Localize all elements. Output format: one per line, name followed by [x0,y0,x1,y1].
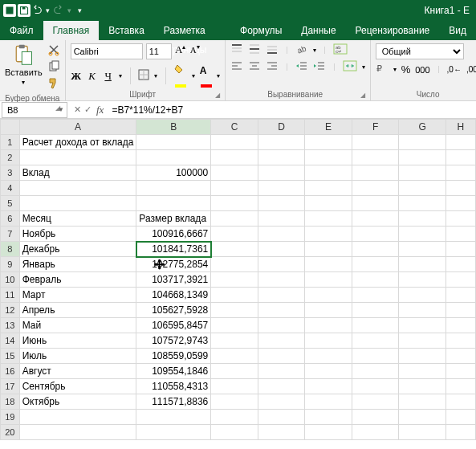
cell-G16[interactable] [399,364,446,379]
cell-G5[interactable] [399,196,446,211]
qat-customize-icon[interactable]: ▾ [75,6,84,14]
undo-dropdown-icon[interactable]: ▾ [43,6,52,14]
cell-E15[interactable] [305,349,352,364]
name-box[interactable]: B8 ▼ [2,102,67,118]
row-header-17[interactable]: 17 [1,379,20,394]
cell-C2[interactable] [211,150,258,165]
cell-B17[interactable]: 110558,4313 [136,379,211,394]
cell-C14[interactable] [211,333,258,349]
cell-F6[interactable] [352,211,398,227]
orientation-dropdown-icon[interactable]: ▾ [313,47,316,54]
paste-dropdown-icon[interactable]: ▾ [22,79,25,86]
cell-H16[interactable] [445,364,475,379]
increase-decimal-icon[interactable]: ,0← [447,65,462,74]
cell-E10[interactable] [305,272,352,288]
cell-B7[interactable]: 100916,6667 [136,227,211,242]
cell-F19[interactable] [352,410,398,425]
row-header-4[interactable]: 4 [1,181,20,196]
worksheet-grid[interactable]: ABCDEFGH1Расчет дохода от вклада23Вклад1… [0,119,476,440]
cell-A5[interactable] [19,196,136,211]
row-header-5[interactable]: 5 [1,196,20,211]
fill-color-icon[interactable] [174,64,187,88]
cell-G17[interactable] [399,379,446,394]
cell-E13[interactable] [305,318,352,333]
cell-H1[interactable] [445,135,475,150]
cell-D13[interactable] [258,318,305,333]
cell-E20[interactable] [305,425,352,440]
col-header-D[interactable]: D [258,120,305,135]
cell-C11[interactable] [211,288,258,303]
comma-style-icon[interactable]: 000 [415,65,429,75]
cell-E17[interactable] [305,379,352,394]
redo-icon[interactable] [54,5,63,17]
cell-G9[interactable] [399,257,446,272]
font-color-icon[interactable]: A [200,65,212,88]
bold-button[interactable]: Ж [71,70,82,83]
fx-icon[interactable]: fx [96,104,108,116]
cell-A16[interactable]: Август [19,364,136,379]
merge-dropdown-icon[interactable]: ▾ [362,63,365,71]
cell-D20[interactable] [258,425,305,440]
cell-F8[interactable] [352,242,398,257]
cell-E3[interactable] [305,165,352,181]
align-top-icon[interactable] [230,43,243,57]
cell-D9[interactable] [258,257,305,272]
cell-F16[interactable] [352,364,398,379]
cell-E1[interactable] [305,135,352,150]
cell-B18[interactable]: 111571,8836 [136,394,211,410]
cell-D7[interactable] [258,227,305,242]
row-header-18[interactable]: 18 [1,394,20,410]
row-header-3[interactable]: 3 [1,165,20,181]
cell-B14[interactable]: 107572,9743 [136,333,211,349]
cell-F2[interactable] [352,150,398,165]
cell-G8[interactable] [399,242,446,257]
font-launcher-icon[interactable]: ◢ [215,92,220,99]
decrease-decimal-icon[interactable]: ,00→ [466,65,476,74]
tab-formulas[interactable]: Формулы [230,21,291,40]
cell-D12[interactable] [258,303,305,318]
cell-E14[interactable] [305,333,352,349]
cell-C20[interactable] [211,425,258,440]
cell-C3[interactable] [211,165,258,181]
cell-F11[interactable] [352,288,398,303]
confirm-formula-icon[interactable]: ✓ [84,104,92,115]
cell-C15[interactable] [211,349,258,364]
cell-G10[interactable] [399,272,446,288]
cell-A2[interactable] [19,150,136,165]
cell-E9[interactable] [305,257,352,272]
cell-E4[interactable] [305,181,352,196]
italic-button[interactable]: К [87,70,98,83]
cell-H2[interactable] [445,150,475,165]
row-header-11[interactable]: 11 [1,288,20,303]
redo-dropdown-icon[interactable]: ▾ [65,6,74,14]
row-header-2[interactable]: 2 [1,150,20,165]
tab-insert[interactable]: Вставка [99,21,154,40]
cell-H17[interactable] [445,379,475,394]
cell-D16[interactable] [258,364,305,379]
cell-A20[interactable] [19,425,136,440]
decrease-font-icon[interactable]: A▾ [189,43,201,59]
cell-D14[interactable] [258,333,305,349]
cell-G12[interactable] [399,303,446,318]
cell-C9[interactable] [211,257,258,272]
cell-G1[interactable] [399,135,446,150]
col-header-F[interactable]: F [352,120,398,135]
cell-E19[interactable] [305,410,352,425]
row-header-10[interactable]: 10 [1,272,20,288]
underline-dropdown-icon[interactable]: ▾ [119,72,122,80]
cell-H8[interactable] [445,242,475,257]
decrease-indent-icon[interactable] [295,60,308,74]
cell-B19[interactable] [136,410,211,425]
cell-D10[interactable] [258,272,305,288]
font-name-combo[interactable] [71,43,143,59]
cell-D5[interactable] [258,196,305,211]
col-header-G[interactable]: G [399,120,446,135]
cell-D8[interactable] [258,242,305,257]
cell-G3[interactable] [399,165,446,181]
cell-B20[interactable] [136,425,211,440]
cell-D6[interactable] [258,211,305,227]
cell-C4[interactable] [211,181,258,196]
name-box-dropdown-icon[interactable]: ▼ [58,106,67,113]
cell-B15[interactable]: 108559,0599 [136,349,211,364]
accounting-format-icon[interactable]: ₽ [376,63,389,76]
